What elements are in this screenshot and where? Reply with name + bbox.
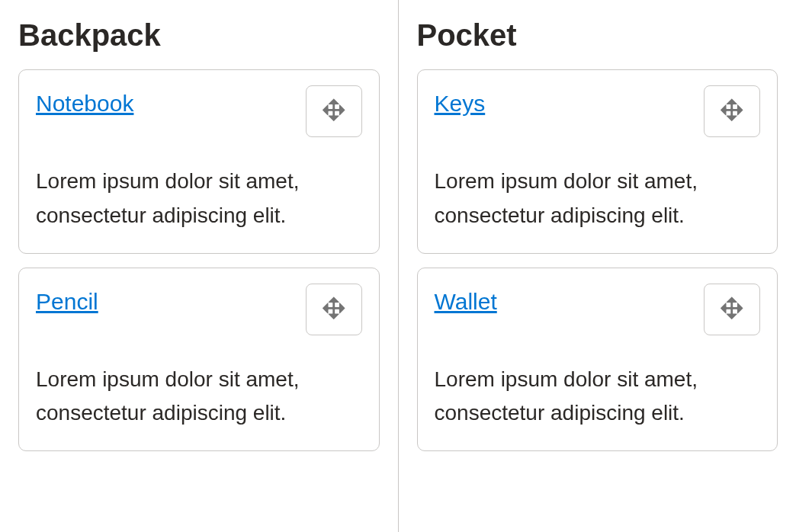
card-notebook[interactable]: Notebook Lorem ipsum dolor sit amet, con… xyxy=(18,69,380,254)
card-body-text: Lorem ipsum dolor sit amet, consectetur … xyxy=(435,165,761,233)
card-title-link[interactable]: Notebook xyxy=(36,85,133,117)
card-body-text: Lorem ipsum dolor sit amet, consectetur … xyxy=(36,363,362,431)
move-icon xyxy=(721,98,743,124)
move-icon xyxy=(323,98,345,124)
card-title-link[interactable]: Keys xyxy=(435,85,486,117)
column-title-pocket: Pocket xyxy=(417,18,778,53)
card-wallet[interactable]: Wallet Lorem ipsum dolor sit amet, conse… xyxy=(417,268,778,452)
card-header: Pencil xyxy=(36,284,362,335)
card-header: Notebook xyxy=(36,85,362,137)
card-body-text: Lorem ipsum dolor sit amet, consectetur … xyxy=(435,363,761,431)
card-header: Wallet xyxy=(435,284,761,335)
card-title-link[interactable]: Wallet xyxy=(435,284,497,316)
two-column-layout: Backpack Notebook Lorem ipsum dolor sit … xyxy=(0,0,796,532)
card-pencil[interactable]: Pencil Lorem ipsum dolor sit amet, conse… xyxy=(18,268,380,452)
drag-handle[interactable] xyxy=(306,284,362,335)
card-header: Keys xyxy=(435,85,761,137)
card-keys[interactable]: Keys Lorem ipsum dolor sit amet, consect… xyxy=(417,69,778,254)
drag-handle[interactable] xyxy=(704,85,760,137)
move-icon xyxy=(721,296,743,322)
drag-handle[interactable] xyxy=(306,85,362,137)
move-icon xyxy=(323,296,345,322)
card-title-link[interactable]: Pencil xyxy=(36,284,98,316)
drag-handle[interactable] xyxy=(704,284,760,335)
card-body-text: Lorem ipsum dolor sit amet, consectetur … xyxy=(36,165,362,233)
column-backpack: Backpack Notebook Lorem ipsum dolor sit … xyxy=(0,0,399,532)
column-pocket: Pocket Keys Lorem ipsum dolor sit amet, … xyxy=(399,0,797,532)
column-title-backpack: Backpack xyxy=(18,18,380,53)
